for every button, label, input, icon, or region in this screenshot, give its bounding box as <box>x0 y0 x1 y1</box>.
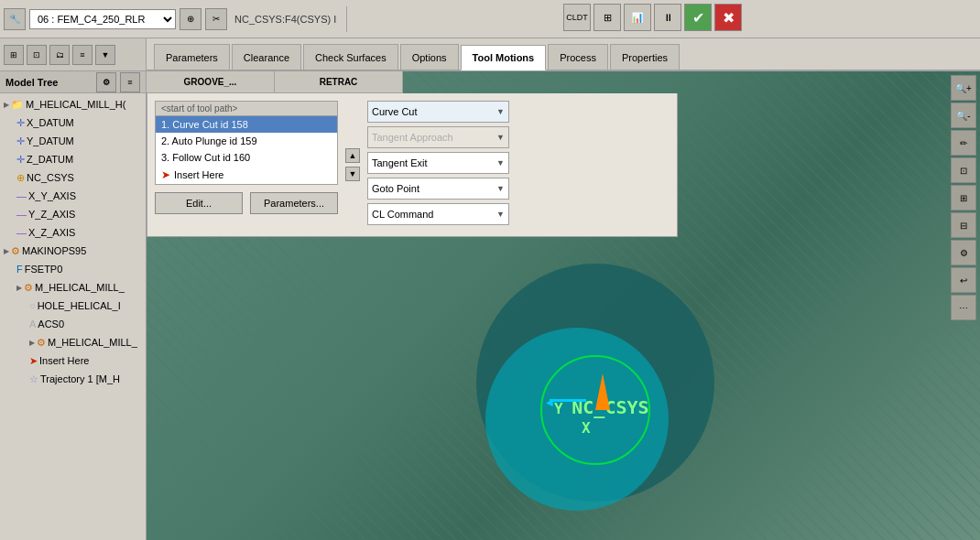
view-icon-1[interactable]: ⊡ <box>951 157 976 183</box>
tree-item-13[interactable]: ▶ ⚙ M_HELICAL_MILL_ <box>0 333 146 351</box>
view-icon-2[interactable]: ⊞ <box>951 185 976 211</box>
col-headers: GROOVE_... RETRAC <box>147 71 403 93</box>
csys-icon[interactable]: ⊕ <box>180 8 201 30</box>
edit-view-icon[interactable]: ✏ <box>951 130 976 156</box>
zoom-in-icon[interactable]: 🔍+ <box>951 75 976 101</box>
cyan-arrow: ◀ <box>550 399 586 402</box>
panel-inner: <start of tool path> 1. Curve Cut id 158… <box>155 101 670 229</box>
settings-view-icon[interactable]: ⚙ <box>951 240 976 265</box>
tree-item-12[interactable]: A ACS0 <box>0 315 146 333</box>
top-right-icons: CLDT ⊞ 📊 ⏸ ✔ ✖ <box>563 4 742 31</box>
tree-item-8[interactable]: ▶ ⚙ MAKINOPS95 <box>0 242 146 260</box>
curve-cut-dropdown[interactable]: Curve Cut ▼ <box>367 101 509 123</box>
tree-item-1[interactable]: ✛ X_DATUM <box>0 113 146 132</box>
pause-button[interactable]: ⏸ <box>654 4 681 31</box>
cl-command-dropdown[interactable]: CL Command ▼ <box>367 203 509 225</box>
scroll-up-button[interactable]: ▲ <box>345 148 360 163</box>
tool-path-list-container: <start of tool path> 1. Curve Cut id 158… <box>155 101 338 229</box>
tree-item-traj[interactable]: ☆ Trajectory 1 [M_H <box>0 370 146 388</box>
cl-command-arrow: ▼ <box>496 210 505 219</box>
sidebar-expand-icon[interactable]: ⊡ <box>27 45 47 65</box>
tool-path-list: <start of tool path> 1. Curve Cut id 158… <box>155 101 338 185</box>
tab-clearance[interactable]: Clearance <box>232 44 301 70</box>
sidebar-sort-icon[interactable]: ≡ <box>72 45 93 65</box>
tangent-approach-dropdown: Tangent Approach ▼ <box>367 126 509 148</box>
scroll-col: ▲ ▼ <box>345 101 360 229</box>
tree-item-0[interactable]: ▶ 📁 M_HELICAL_MILL_H( <box>0 95 146 113</box>
tab-options[interactable]: Options <box>400 44 459 70</box>
tree-item-4[interactable]: ⊕ NC_CSYS <box>0 168 146 187</box>
goto-point-arrow: ▼ <box>496 184 505 193</box>
chart-icon[interactable]: 📊 <box>624 4 651 31</box>
tree-item-10[interactable]: ▶ ⚙ M_HELICAL_MILL_ <box>0 278 146 297</box>
model-tree-title: Model Tree <box>5 77 58 88</box>
tree-settings-icon[interactable]: ⚙ <box>96 72 116 92</box>
tangent-exit-dropdown[interactable]: Tangent Exit ▼ <box>367 152 509 174</box>
col-header-retrac: RETRAC <box>275 71 403 92</box>
parameters-button[interactable]: Parameters... <box>250 192 338 214</box>
nc-csys-x-label: X <box>582 419 591 437</box>
list-item-2[interactable]: 3. Follow Cut id 160 <box>156 149 337 166</box>
tree-item-5[interactable]: — X_Y_AXIS <box>0 187 146 205</box>
top-toolbar: 🔧 06 : FEM_C4_250_RLR ⊕ ✂ NC_CSYS:F4(CSY… <box>0 0 980 38</box>
right-dropdowns: Curve Cut ▼ Tangent Approach ▼ Tangent E… <box>367 101 509 229</box>
dropdown-cl-command: CL Command ▼ <box>367 203 509 225</box>
tree-view-icon[interactable]: ≡ <box>120 72 140 92</box>
goto-point-dropdown[interactable]: Goto Point ▼ <box>367 178 509 200</box>
tab-process[interactable]: Process <box>548 44 608 70</box>
model-tree-content: ▶ 📁 M_HELICAL_MILL_H( ✛ X_DATUM ✛ Y_DATU… <box>0 93 146 390</box>
tab-tool-motions[interactable]: Tool Motions <box>461 45 547 70</box>
tree-item-11[interactable]: ○ HOLE_HELICAL_I <box>0 297 146 315</box>
nc-csys-text: Y <box>554 400 563 417</box>
list-item-0[interactable]: 1. Curve Cut id 158 <box>156 116 337 133</box>
sidebar-toolbar: ⊞ ⊡ 🗂 ≡ ▼ <box>0 38 146 71</box>
main-content: Y NC_CSYS X ◀ 🔍+ 🔍- ✏ ⊡ ⊞ ⊟ ⚙ ↩ ⋯ GROOVE… <box>147 71 980 540</box>
tree-item-9[interactable]: F FSETP0 <box>0 260 146 278</box>
dropdown-tangent-approach: Tangent Approach ▼ <box>367 126 509 148</box>
sidebar-grid-icon[interactable]: ⊞ <box>4 45 24 65</box>
tab-check-surfaces[interactable]: Check Surfaces <box>303 44 398 70</box>
cldt-icon[interactable]: CLDT <box>563 4 591 31</box>
undo-view-icon[interactable]: ↩ <box>951 267 976 293</box>
sidebar-nav-icon[interactable]: 🗂 <box>49 45 70 65</box>
zoom-out-icon[interactable]: 🔍- <box>951 103 976 128</box>
col-header-groove: GROOVE_... <box>147 71 275 92</box>
tab-bar: Parameters Clearance Check Surfaces Opti… <box>147 38 980 71</box>
edit-button[interactable]: Edit... <box>155 192 243 214</box>
dropdown-curve-cut: Curve Cut ▼ <box>367 101 509 123</box>
operation-dropdown[interactable]: 06 : FEM_C4_250_RLR <box>29 9 176 29</box>
tab-parameters[interactable]: Parameters <box>154 44 230 70</box>
tree-item-insert[interactable]: ➤ Insert Here <box>0 351 146 370</box>
scroll-down-button[interactable]: ▼ <box>345 167 360 181</box>
tangent-exit-arrow: ▼ <box>496 158 505 167</box>
dropdown-tangent-exit: Tangent Exit ▼ <box>367 152 509 174</box>
list-item-1[interactable]: 2. Auto Plunge id 159 <box>156 133 337 149</box>
curve-cut-arrow: ▼ <box>496 107 505 116</box>
right-icon-bar: 🔍+ 🔍- ✏ ⊡ ⊞ ⊟ ⚙ ↩ ⋯ <box>951 75 976 320</box>
insert-arrow-icon: ➤ <box>161 168 170 181</box>
tree-item-3[interactable]: ✛ Z_DATUM <box>0 150 146 168</box>
display-icon[interactable]: ⊞ <box>593 4 621 31</box>
accept-button[interactable]: ✔ <box>684 4 712 31</box>
nc-csys-value: NC_CSYS:F4(CSYS) I <box>231 14 340 25</box>
sidebar-more-icon[interactable]: ▼ <box>95 45 115 65</box>
left-sidebar: ⊞ ⊡ 🗂 ≡ ▼ Model Tree ⚙ ≡ ▶ 📁 M_HELICAL_M… <box>0 38 147 540</box>
tool-motions-panel: <start of tool path> 1. Curve Cut id 158… <box>147 93 678 237</box>
list-item-insert[interactable]: ➤ Insert Here <box>156 166 337 184</box>
view-icon-3[interactable]: ⊟ <box>951 212 976 238</box>
tree-item-2[interactable]: ✛ Y_DATUM <box>0 132 146 150</box>
more-view-icon[interactable]: ⋯ <box>951 295 976 320</box>
cut-icon[interactable]: ✂ <box>205 8 227 30</box>
tool-icon: 🔧 <box>4 8 26 30</box>
model-tree-header: Model Tree ⚙ ≡ <box>0 71 146 93</box>
tree-item-7[interactable]: — X_Z_AXIS <box>0 223 146 242</box>
dropdown-goto-point: Goto Point ▼ <box>367 178 509 200</box>
cancel-button[interactable]: ✖ <box>714 4 742 31</box>
action-buttons: Edit... Parameters... <box>155 192 338 214</box>
tab-properties[interactable]: Properties <box>610 44 680 70</box>
list-header: <start of tool path> <box>156 102 337 116</box>
tree-item-6[interactable]: — Y_Z_AXIS <box>0 205 146 223</box>
tangent-approach-arrow: ▼ <box>496 133 505 142</box>
orange-arrow <box>595 373 610 410</box>
